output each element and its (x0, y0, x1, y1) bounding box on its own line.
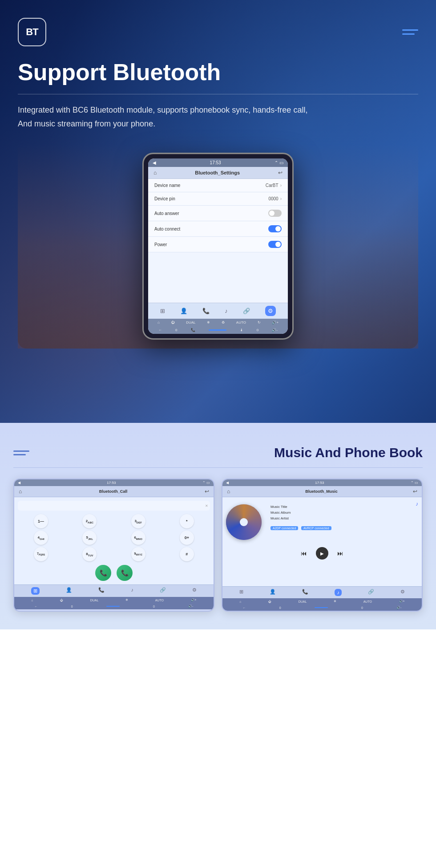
menu-button[interactable] (402, 29, 418, 35)
music-note-icon: ♪ (416, 501, 418, 507)
auto-answer-label: Auto answer (154, 211, 179, 216)
key-7[interactable]: 7PQRS (34, 547, 48, 561)
clim-sync[interactable]: ↻ (258, 320, 261, 324)
clim-vol-up[interactable]: 🔊+ (272, 320, 279, 324)
call-home-icon[interactable]: ⌂ (19, 488, 22, 495)
music-nav-link[interactable]: 🔗 (368, 589, 374, 596)
music-time: 17:53 (315, 481, 324, 485)
music-bottom-back[interactable]: ← (243, 606, 246, 609)
auto-connect-toggle[interactable] (268, 225, 282, 232)
nav-home-icon[interactable]: ⊞ (160, 308, 165, 314)
key-6[interactable]: 6MNO (131, 531, 145, 545)
key-4[interactable]: 4GHI (34, 531, 48, 545)
bottom-slider (209, 329, 226, 331)
section2-title: Music And Phone Book (274, 445, 423, 460)
clim-home[interactable]: ⌂ (157, 320, 160, 324)
prev-track-button[interactable]: ⏮ (301, 550, 307, 557)
key-9[interactable]: 9WXYZ (131, 547, 145, 561)
key-hash[interactable]: # (180, 547, 194, 561)
a2dp-badge: A2DP connected (270, 526, 298, 530)
nav-settings-icon[interactable]: ⚙ (265, 306, 276, 316)
music-nav-home[interactable]: ⊞ (239, 589, 243, 596)
music-screen-device: ◀ 17:53 ⌃ ▭ ⌂ Bluetooth_Music ↩ ♪ (222, 479, 423, 612)
call-bottom-vol[interactable]: 🔊- (188, 604, 193, 608)
key-1[interactable]: 1— (34, 514, 48, 528)
screen-title: Bluetooth_Settings (195, 170, 240, 175)
screen-statusbar: ◀ 17:53 ⌃ ▭ (148, 158, 288, 167)
music-clim-fan[interactable]: ❄ (334, 600, 336, 603)
car-background: ◀ 17:53 ⌃ ▭ ⌂ Bluetooth_Settings ↩ Devic… (18, 144, 418, 349)
call-button[interactable]: 📞 (95, 565, 111, 581)
call-clim-vol[interactable]: 🔊+ (191, 598, 197, 602)
music-climbar: ⌂ ⏻ DUAL ❄ AUTO 🔊+ (222, 598, 422, 604)
call-bottom-back[interactable]: ← (35, 605, 38, 608)
key-star[interactable]: * (180, 514, 194, 528)
play-button[interactable]: ▶ (316, 547, 328, 560)
next-track-button[interactable]: ⏭ (337, 550, 343, 557)
music-bottom-vol[interactable]: 🔊- (396, 606, 401, 609)
call-clim-fan[interactable]: ❄ (125, 598, 128, 602)
nav-link-icon[interactable]: 🔗 (243, 308, 250, 314)
bottom-vol-down[interactable]: 🔊- (272, 328, 278, 332)
settings-row-auto-connect[interactable]: Auto connect (148, 221, 288, 237)
music-nav-music[interactable]: ♪ (335, 589, 342, 596)
redial-button[interactable]: 📞 (117, 565, 133, 581)
call-nav-user[interactable]: 👤 (66, 587, 72, 595)
music-clim-home[interactable]: ⌂ (239, 600, 241, 603)
power-label: Power (154, 242, 167, 247)
settings-row-auto-answer[interactable]: Auto answer (148, 206, 288, 221)
music-nav-user[interactable]: 👤 (270, 589, 276, 596)
bottom-back[interactable]: ← (158, 328, 162, 332)
settings-row-power[interactable]: Power (148, 237, 288, 252)
clim-power[interactable]: ⏻ (171, 320, 174, 324)
music-status-icons: ⌃ ▭ (411, 481, 418, 485)
settings-row-device-name[interactable]: Device name CarBT › (148, 179, 288, 192)
status-icons: ⌃ ▭ (275, 160, 283, 165)
key-5[interactable]: 5JKL (82, 531, 97, 545)
auto-answer-toggle[interactable] (268, 210, 282, 217)
call-bottom-zero2: 0 (153, 605, 155, 608)
nav-phone-icon[interactable]: 📞 (202, 308, 210, 314)
settings-row-device-pin[interactable]: Device pin 0000 › (148, 192, 288, 206)
music-nav-settings[interactable]: ⚙ (400, 589, 405, 596)
key-0[interactable]: 0+ (180, 531, 194, 545)
call-nav-phone[interactable]: 📞 (98, 587, 105, 595)
call-nav-music[interactable]: ♪ (131, 587, 133, 595)
section2-menu-button[interactable] (13, 450, 29, 455)
music-back-icon[interactable]: ↩ (413, 488, 417, 495)
call-clim-power[interactable]: ⏻ (60, 599, 63, 602)
back-icon[interactable]: ↩ (278, 170, 283, 176)
bottom-call[interactable]: 📞 (191, 328, 195, 332)
key-2[interactable]: 2ABC (82, 514, 97, 528)
dialpad-grid: 1— 2ABC 3DEF * 4GHI 5JKL 6MNO 0+ 7PQRS 8… (18, 514, 210, 561)
music-titlebar: ⌂ Bluetooth_Music ↩ (222, 486, 422, 497)
home-icon[interactable]: ⌂ (153, 170, 157, 176)
nav-music-icon[interactable]: ♪ (225, 308, 228, 314)
music-home-icon[interactable]: ⌂ (227, 488, 230, 495)
music-nav-phone[interactable]: 📞 (302, 589, 308, 596)
key-3[interactable]: 3DEF (131, 514, 145, 528)
clim-fan[interactable]: ❄ (207, 320, 210, 324)
call-back-arrow: ◀ (18, 481, 20, 485)
power-toggle[interactable] (268, 241, 282, 248)
key-8[interactable]: 8TUV (82, 547, 97, 561)
clim-recirculate[interactable]: ♻ (222, 320, 225, 324)
hero-description: Integrated with BC6 Bluetooth module, su… (18, 103, 418, 130)
call-back-icon[interactable]: ↩ (205, 488, 209, 495)
call-nav-home[interactable]: ⊞ (31, 587, 40, 595)
call-content: ✕ 1— 2ABC 3DEF * 4GHI 5JKL 6MNO 0+ 7PQRS… (14, 497, 214, 584)
clim-auto: AUTO (236, 320, 246, 324)
dialpad-input[interactable]: ✕ (18, 501, 210, 511)
clear-input-icon[interactable]: ✕ (205, 504, 208, 508)
music-clim-power[interactable]: ⏻ (268, 600, 271, 603)
device-mockup: ◀ 17:53 ⌃ ▭ ⌂ Bluetooth_Settings ↩ Devic… (142, 153, 294, 340)
music-artist-text: Music Artist (270, 516, 332, 522)
hero-header: BT (18, 18, 418, 46)
call-nav-link[interactable]: 🔗 (160, 587, 166, 595)
nav-user-icon[interactable]: 👤 (180, 308, 187, 314)
music-clim-vol[interactable]: 🔊+ (399, 600, 405, 603)
call-clim-home[interactable]: ⌂ (31, 599, 33, 602)
call-nav-settings[interactable]: ⚙ (192, 587, 197, 595)
music-album-text: Music Album (270, 510, 332, 516)
bottom-zero-left: 0 (175, 328, 177, 332)
